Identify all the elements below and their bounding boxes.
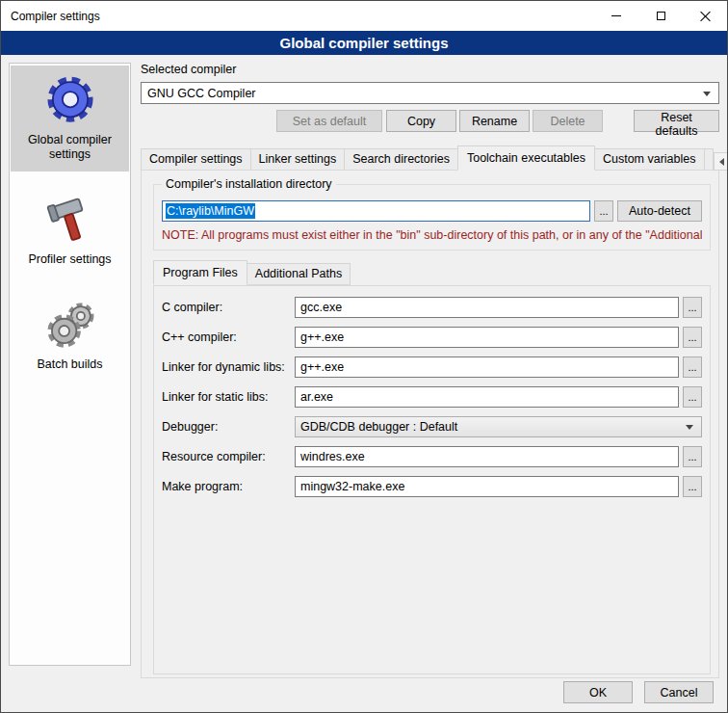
cpp-compiler-label: C++ compiler: xyxy=(162,330,295,344)
close-button[interactable] xyxy=(683,1,727,31)
sidebar-item-label: Profiler settings xyxy=(13,252,127,267)
chevron-down-icon xyxy=(686,425,693,430)
chevron-down-icon xyxy=(703,92,711,96)
tab-toolchain-executables[interactable]: Toolchain executables xyxy=(457,145,595,171)
form-row: C compiler: gcc.exe ... xyxy=(162,297,702,318)
settings-tabstrip: Compiler settings Linker settings Search… xyxy=(141,145,719,171)
linker-static-label: Linker for static libs: xyxy=(162,390,295,404)
blue-gear-icon xyxy=(40,73,100,129)
minimize-button[interactable] xyxy=(594,1,638,31)
set-as-default-button[interactable]: Set as default xyxy=(276,110,382,132)
tab-compiler-settings[interactable]: Compiler settings xyxy=(141,148,251,171)
dialog-footer: OK Cancel xyxy=(563,681,714,703)
linker-dynamic-label: Linker for dynamic libs: xyxy=(162,360,295,374)
toolchain-executables-panel: Compiler's installation directory C:\ray… xyxy=(141,170,719,678)
sidebar-item-global-compiler-settings[interactable]: Global compiler settings xyxy=(11,66,129,172)
browse-linker-static-button[interactable]: ... xyxy=(683,386,702,408)
settings-sidebar: Global compiler settings Profiler settin… xyxy=(9,63,131,666)
auto-detect-button[interactable]: Auto-detect xyxy=(617,200,702,222)
linker-static-field[interactable]: ar.exe xyxy=(295,386,679,408)
titlebar[interactable]: Compiler settings xyxy=(1,1,727,31)
form-row: Resource compiler: windres.exe ... xyxy=(162,446,702,467)
form-row: Linker for static libs: ar.exe ... xyxy=(162,386,702,408)
linker-dynamic-field[interactable]: g++.exe xyxy=(295,356,679,378)
browse-resource-compiler-button[interactable]: ... xyxy=(683,446,702,467)
debugger-value: GDB/CDB debugger : Default xyxy=(300,420,457,434)
selected-compiler-label: Selected compiler xyxy=(141,63,719,78)
tab-scroll-left-icon xyxy=(719,158,724,166)
field-value: ar.exe xyxy=(300,390,333,404)
compiler-button-row: Set as default Copy Rename Delete Reset … xyxy=(141,110,719,132)
sidebar-item-profiler-settings[interactable]: Profiler settings xyxy=(11,185,129,277)
installation-directory-selected-text: C:\raylib\MinGW xyxy=(166,203,255,219)
tab-search-directories[interactable]: Search directories xyxy=(344,148,458,171)
browse-make-program-button[interactable]: ... xyxy=(683,476,702,497)
program-files-tabstrip: Program Files Additional Paths xyxy=(153,260,711,285)
minimize-icon xyxy=(611,15,621,16)
resource-compiler-field[interactable]: windres.exe xyxy=(295,446,679,467)
sidebar-item-label: Global compiler settings xyxy=(13,133,127,162)
cpp-compiler-field[interactable]: g++.exe xyxy=(295,327,679,348)
tab-scroll-buttons xyxy=(713,152,728,171)
tab-program-files[interactable]: Program Files xyxy=(153,260,247,285)
selected-compiler-value: GNU GCC Compiler xyxy=(147,87,256,100)
browse-directory-button[interactable]: ... xyxy=(594,200,613,222)
reset-defaults-button[interactable]: Reset defaults xyxy=(634,110,719,132)
browse-cpp-compiler-button[interactable]: ... xyxy=(683,327,702,348)
window-controls xyxy=(594,1,727,31)
form-row: Make program: mingw32-make.exe ... xyxy=(162,476,702,497)
profiler-tool-icon xyxy=(40,193,100,249)
maximize-icon xyxy=(657,12,665,20)
resource-compiler-label: Resource compiler: xyxy=(162,450,295,463)
dialog-body: Global compiler settings Profiler settin… xyxy=(1,55,727,713)
c-compiler-field[interactable]: gcc.exe xyxy=(295,297,679,318)
window-title: Compiler settings xyxy=(11,10,100,23)
form-row: Debugger: GDB/CDB debugger : Default xyxy=(162,416,702,437)
debugger-select[interactable]: GDB/CDB debugger : Default xyxy=(295,416,702,437)
close-icon xyxy=(699,11,711,22)
debugger-label: Debugger: xyxy=(162,420,295,434)
compiler-settings-window: Compiler settings Global compiler settin… xyxy=(0,0,728,713)
installation-directory-row: C:\raylib\MinGW ... Auto-detect xyxy=(162,200,702,222)
make-program-field[interactable]: mingw32-make.exe xyxy=(295,476,679,497)
field-value: g++.exe xyxy=(300,360,344,374)
cancel-button[interactable]: Cancel xyxy=(644,681,714,703)
browse-linker-dynamic-button[interactable]: ... xyxy=(683,356,702,378)
main-panel: Selected compiler GNU GCC Compiler Set a… xyxy=(141,63,719,678)
field-value: mingw32-make.exe xyxy=(300,480,404,493)
sidebar-item-batch-builds[interactable]: Batch builds xyxy=(11,290,129,382)
copy-button[interactable]: Copy xyxy=(386,110,456,132)
maximize-button[interactable] xyxy=(638,1,683,31)
c-compiler-label: C compiler: xyxy=(162,301,295,314)
program-files-panel: C compiler: gcc.exe ... C++ compiler: g+… xyxy=(153,285,711,674)
installation-directory-group: Compiler's installation directory C:\ray… xyxy=(153,184,711,251)
form-row: C++ compiler: g++.exe ... xyxy=(162,327,702,348)
field-value: g++.exe xyxy=(300,330,344,344)
tab-custom-variables[interactable]: Custom variables xyxy=(594,148,705,171)
field-value: gcc.exe xyxy=(300,301,342,314)
ok-button[interactable]: OK xyxy=(563,681,633,703)
form-row: Linker for dynamic libs: g++.exe ... xyxy=(162,356,702,378)
installation-directory-input[interactable]: C:\raylib\MinGW xyxy=(162,200,590,222)
tab-scroll-left-button[interactable] xyxy=(714,152,728,171)
tab-linker-settings[interactable]: Linker settings xyxy=(250,148,346,171)
tab-additional-paths[interactable]: Additional Paths xyxy=(247,263,351,285)
gray-gears-icon xyxy=(40,298,100,354)
rename-button[interactable]: Rename xyxy=(459,110,530,132)
page-title: Global compiler settings xyxy=(1,31,727,55)
delete-button[interactable]: Delete xyxy=(533,110,603,132)
browse-c-compiler-button[interactable]: ... xyxy=(683,297,702,318)
field-value: windres.exe xyxy=(300,450,365,463)
bin-subdirectory-note: NOTE: All programs must exist either in … xyxy=(162,228,702,242)
sidebar-item-label: Batch builds xyxy=(13,357,127,372)
installation-directory-group-title: Compiler's installation directory xyxy=(162,177,336,191)
make-program-label: Make program: xyxy=(162,480,295,493)
selected-compiler-dropdown[interactable]: GNU GCC Compiler xyxy=(141,82,719,104)
